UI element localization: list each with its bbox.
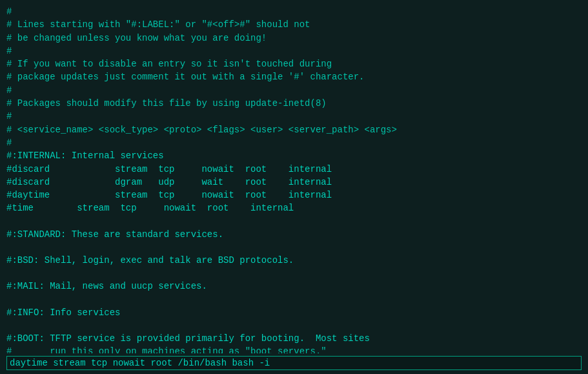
terminal-line-l6: # package updates just comment it out wi…	[6, 70, 582, 83]
terminal-line-l7: #	[6, 84, 582, 97]
terminal-line-l15: #daytime stream tcp nowait root internal	[6, 189, 582, 202]
terminal-line-l20: #:BSD: Shell, login, exec and talk are B…	[6, 254, 582, 267]
terminal-line-l14: #discard dgram udp wait root internal	[6, 176, 582, 189]
command-input-wrapper[interactable]: daytime stream tcp nowait root /bin/bash…	[6, 356, 582, 370]
terminal-line-l10: # <service_name> <sock_type> <proto> <fl…	[6, 123, 582, 136]
terminal-content: ## Lines starting with "#:LABEL:" or "#<…	[6, 5, 582, 374]
terminal-line-l17	[6, 215, 582, 228]
command-input[interactable]	[270, 358, 379, 368]
terminal-line-l4: #	[6, 45, 582, 57]
terminal-line-l26: #:BOOT: TFTP service is provided primari…	[6, 332, 582, 345]
command-input-row[interactable]: daytime stream tcp nowait root /bin/bash…	[0, 353, 588, 374]
terminal-line-l19	[6, 241, 582, 254]
terminal-line-l25	[6, 319, 582, 332]
terminal-line-l2: # Lines starting with "#:LABEL:" or "#<o…	[6, 18, 582, 31]
terminal-line-l8: # Packages should modify this file by us…	[6, 97, 582, 110]
terminal-line-l23	[6, 293, 582, 306]
terminal-line-l24: #:INFO: Info services	[6, 306, 582, 319]
terminal-line-l13: #discard stream tcp nowait root internal	[6, 163, 582, 176]
terminal-line-l5: # If you want to disable an entry so it …	[6, 57, 582, 70]
terminal-line-l22: #:MAIL: Mail, news and uucp services.	[6, 280, 582, 293]
terminal-line-l11: #	[6, 136, 582, 149]
terminal-line-l3: # be changed unless you know what you ar…	[6, 32, 582, 45]
command-prefix: daytime stream tcp nowait root /bin/bash…	[10, 358, 270, 368]
terminal-line-l21	[6, 267, 582, 280]
terminal-window: ## Lines starting with "#:LABEL:" or "#<…	[0, 0, 588, 374]
terminal-line-l18: #:STANDARD: These are standard services.	[6, 228, 582, 241]
terminal-line-l1: #	[6, 5, 582, 18]
terminal-line-l9: #	[6, 110, 582, 123]
terminal-line-l16: #time stream tcp nowait root internal	[6, 202, 582, 214]
terminal-line-l12: #:INTERNAL: Internal services	[6, 149, 582, 162]
